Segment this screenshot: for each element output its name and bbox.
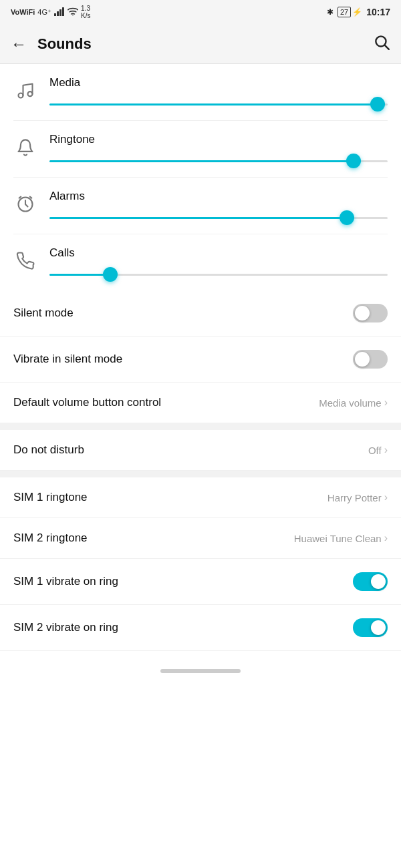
wifi-icon xyxy=(68,7,78,18)
sim2-vibrate-row: SIM 2 vibrate on ring xyxy=(0,605,401,651)
sim1-ringtone-value: Harry Potter xyxy=(327,492,382,503)
music-icon xyxy=(13,79,37,103)
calls-volume-control: Calls xyxy=(49,246,388,281)
media-slider[interactable] xyxy=(49,97,388,111)
charging-icon: ⚡ xyxy=(352,7,362,17)
do-not-disturb-value-group: Off › xyxy=(368,444,388,456)
sim2-vibrate-knob xyxy=(371,620,386,635)
ringtone-slider[interactable] xyxy=(49,154,388,168)
bottom-nav-area xyxy=(0,651,401,691)
svg-point-4 xyxy=(72,14,74,15)
calls-slider-fill xyxy=(49,274,110,276)
ringtone-slider-thumb[interactable] xyxy=(346,154,361,168)
default-volume-value-group: Media volume › xyxy=(319,397,388,409)
calls-slider-thumb[interactable] xyxy=(103,267,118,282)
sim1-vibrate-knob xyxy=(371,574,386,589)
media-slider-thumb[interactable] xyxy=(370,97,385,112)
calls-label: Calls xyxy=(49,246,388,260)
bluetooth-icon: ✱ xyxy=(327,7,333,17)
signal-text: 4G⁺ xyxy=(37,8,51,17)
sim2-ringtone-value: Huawei Tune Clean xyxy=(294,533,382,544)
svg-line-11 xyxy=(30,197,32,198)
chevron-right-icon-4: › xyxy=(384,532,388,544)
section-divider-2 xyxy=(0,471,401,477)
speed-text: 1.3K/s xyxy=(81,5,90,19)
do-not-disturb-value: Off xyxy=(368,445,382,456)
alarms-slider-thumb[interactable] xyxy=(340,210,354,225)
vibrate-silent-label: Vibrate in silent mode xyxy=(13,353,122,366)
alarms-label: Alarms xyxy=(49,190,388,203)
back-button[interactable]: ← xyxy=(11,35,27,53)
vibrate-silent-knob xyxy=(355,352,370,367)
svg-line-6 xyxy=(385,45,389,49)
sim2-ringtone-label: SIM 2 ringtone xyxy=(13,531,88,545)
sim1-ringtone-row[interactable]: SIM 1 ringtone Harry Potter › xyxy=(0,477,401,518)
media-volume-control: Media xyxy=(49,76,388,111)
vowifi-icon: VoWiFi xyxy=(11,8,35,16)
page-title: Sounds xyxy=(37,35,373,53)
svg-rect-3 xyxy=(62,7,64,16)
ringtone-volume-item: Ringtone xyxy=(13,121,388,178)
svg-line-10 xyxy=(19,197,21,198)
bell-icon xyxy=(13,136,37,160)
battery-indicator: 27 ⚡ xyxy=(338,7,362,17)
media-slider-fill xyxy=(49,103,378,105)
vibrate-silent-row: Vibrate in silent mode xyxy=(0,337,401,383)
svg-point-7 xyxy=(19,93,23,98)
alarms-slider-fill xyxy=(49,217,347,219)
sim1-vibrate-label: SIM 1 vibrate on ring xyxy=(13,575,118,588)
clock-icon xyxy=(13,192,37,216)
chevron-right-icon: › xyxy=(384,397,388,409)
alarms-volume-control: Alarms xyxy=(49,190,388,224)
calls-volume-item: Calls xyxy=(13,234,388,290)
sim2-vibrate-label: SIM 2 vibrate on ring xyxy=(13,621,118,634)
alarms-volume-item: Alarms xyxy=(13,178,388,234)
svg-point-8 xyxy=(28,91,33,96)
sim1-vibrate-toggle[interactable] xyxy=(353,572,388,591)
media-volume-item: Media xyxy=(13,64,388,121)
default-volume-value: Media volume xyxy=(319,397,381,409)
silent-mode-label: Silent mode xyxy=(13,306,74,320)
home-indicator xyxy=(160,669,241,673)
do-not-disturb-row[interactable]: Do not disturb Off › xyxy=(0,430,401,471)
app-header: ← Sounds xyxy=(0,24,401,64)
signal-bars xyxy=(54,7,65,18)
svg-rect-0 xyxy=(54,13,56,16)
vibrate-silent-toggle[interactable] xyxy=(353,350,388,369)
section-divider-1 xyxy=(0,423,401,430)
phone-icon xyxy=(13,249,37,273)
sim2-ringtone-row[interactable]: SIM 2 ringtone Huawei Tune Clean › xyxy=(0,518,401,559)
chevron-right-icon-3: › xyxy=(384,491,388,503)
sim1-ringtone-value-group: Harry Potter › xyxy=(327,491,388,503)
ringtone-volume-control: Ringtone xyxy=(49,133,388,168)
status-bar: VoWiFi 4G⁺ 1.3K/s ✱ 27 ⚡ 10:17 xyxy=(0,0,401,24)
default-volume-control-row[interactable]: Default volume button control Media volu… xyxy=(0,383,401,423)
time-display: 10:17 xyxy=(366,7,390,17)
sim1-ringtone-label: SIM 1 ringtone xyxy=(13,491,88,504)
status-left: VoWiFi 4G⁺ 1.3K/s xyxy=(11,5,91,19)
sim2-vibrate-toggle[interactable] xyxy=(353,618,388,637)
silent-mode-toggle[interactable] xyxy=(353,304,388,322)
do-not-disturb-label: Do not disturb xyxy=(13,443,84,457)
sim1-vibrate-row: SIM 1 vibrate on ring xyxy=(0,559,401,605)
search-button[interactable] xyxy=(373,33,390,55)
media-label: Media xyxy=(49,76,388,89)
volume-section: Media Ringtone xyxy=(0,64,401,290)
alarms-slider[interactable] xyxy=(49,211,388,224)
battery-level: 27 xyxy=(338,7,351,17)
chevron-right-icon-2: › xyxy=(384,444,388,456)
svg-rect-2 xyxy=(59,9,61,16)
silent-mode-row: Silent mode xyxy=(0,290,401,337)
ringtone-slider-fill xyxy=(49,160,354,162)
status-right: ✱ 27 ⚡ 10:17 xyxy=(327,7,390,17)
silent-mode-knob xyxy=(355,306,370,320)
calls-slider[interactable] xyxy=(49,268,388,281)
svg-rect-1 xyxy=(57,11,59,16)
ringtone-label: Ringtone xyxy=(49,133,388,146)
default-volume-label: Default volume button control xyxy=(13,396,161,409)
sim2-ringtone-value-group: Huawei Tune Clean › xyxy=(294,532,388,544)
